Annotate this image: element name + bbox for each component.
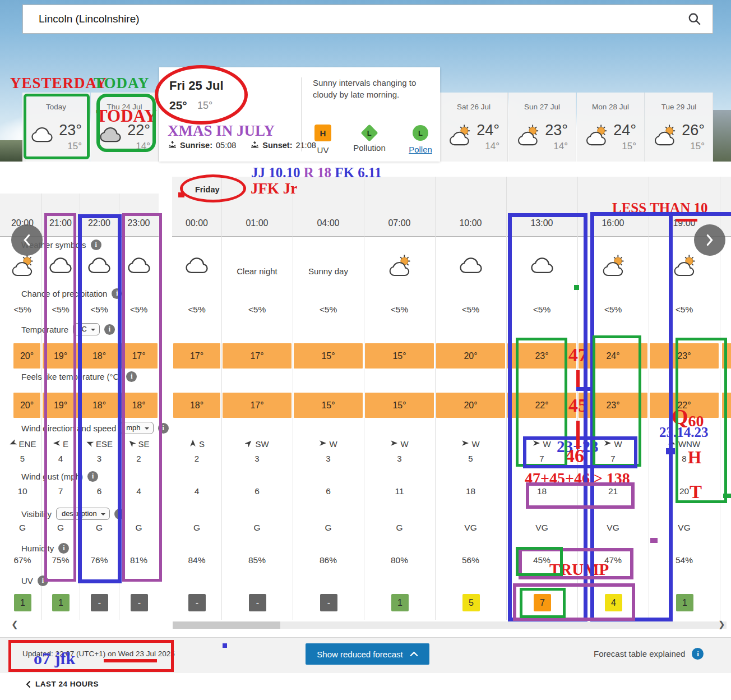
white-cloud-icon xyxy=(172,254,221,275)
visibility-value: G xyxy=(221,523,293,533)
day-card-today[interactable]: Today23°15° xyxy=(22,93,90,162)
scroll-left-button[interactable] xyxy=(11,224,43,256)
scroll-right-button[interactable] xyxy=(694,224,725,256)
wind-arrow-icon xyxy=(9,439,17,449)
day-card-high: 26° xyxy=(682,122,705,139)
show-reduced-forecast-button[interactable]: Show reduced forecast xyxy=(306,643,429,665)
info-icon[interactable]: i xyxy=(126,371,137,382)
info-icon[interactable]: i xyxy=(114,509,125,519)
wind-direction: SW xyxy=(221,439,293,449)
horizontal-scrollbar[interactable] xyxy=(173,621,727,629)
day-card-low: 15° xyxy=(622,141,636,152)
info-icon[interactable]: i xyxy=(91,240,101,250)
temp-cell: 23° xyxy=(507,343,576,369)
wind-gust-value: 4 xyxy=(172,486,221,496)
info-icon[interactable]: i xyxy=(87,471,98,482)
row-label-text: UV xyxy=(21,576,33,586)
wind-dir-label: S xyxy=(199,439,205,449)
hour-column-1300: 13:00<5%23°22°W718VG45%7 xyxy=(506,177,577,623)
day-card-label: Sun 27 Jul xyxy=(508,103,576,111)
day-card-thu-24-jul[interactable]: Thu 24 Jul22°14° xyxy=(91,93,159,162)
sunrise-label: Sunrise: xyxy=(180,141,212,150)
info-icon[interactable]: i xyxy=(112,288,122,299)
day-card-low: 15° xyxy=(690,141,705,152)
row-label-text: Wind direction and speed xyxy=(21,423,116,433)
wind-speed: 4 xyxy=(41,454,80,463)
wind-unit-select[interactable]: mph xyxy=(121,422,153,434)
day-card-label: Today xyxy=(22,103,90,111)
wind-dir-label: ENE xyxy=(19,439,36,449)
selected-day-date: Fri 25 Jul xyxy=(169,79,224,93)
hour-column-1600: 16:00 <5%24°23°W721VG47%4 xyxy=(577,177,649,623)
wind-dir-label: W xyxy=(543,439,550,449)
day-card-sat-26-jul[interactable]: Sat 26 Jul 24°14° xyxy=(440,93,508,162)
time-header: 13:00 xyxy=(506,218,577,228)
row-label-humidity: Humidityi xyxy=(21,543,69,554)
forecast-explained: Forecast table explained i xyxy=(594,648,704,660)
humidity-value: 86% xyxy=(293,555,364,565)
sun-cloud-icon xyxy=(3,254,41,277)
day-card-mon-28-jul[interactable]: Mon 28 Jul 24°15° xyxy=(577,93,645,162)
search-icon[interactable] xyxy=(677,5,713,33)
wind-dir-label: E xyxy=(63,439,68,449)
last-24-hours-label: LAST 24 HOURS xyxy=(35,680,99,688)
feels-like-cell: 20° xyxy=(13,393,40,418)
row-label-vis: Visibilitydescriptioni xyxy=(21,508,125,520)
wind-dir-label: W xyxy=(471,439,479,449)
sunset-label: Sunset: xyxy=(262,141,292,150)
white-cloud-icon xyxy=(435,254,506,275)
footer-bar: Updated: 22:07 (UTC+1) on Wed 23 Jul 202… xyxy=(0,637,731,673)
selected-day-card[interactable]: Fri 25 Jul 25° 15° Sunrise: 05:08 Sunset… xyxy=(159,67,440,162)
info-icon[interactable]: i xyxy=(58,543,69,554)
uv-index-badge: 5 xyxy=(462,594,480,611)
humidity-value: 54% xyxy=(649,555,720,565)
temp-cell: 15° xyxy=(365,343,434,369)
time-header: 21:00 xyxy=(41,218,80,228)
wind-dir-label: SW xyxy=(255,439,269,449)
temp-unit-select[interactable]: °C xyxy=(73,323,100,335)
wind-gust-value: 11 xyxy=(364,486,435,496)
search-input[interactable] xyxy=(23,13,677,25)
info-icon[interactable]: i xyxy=(692,648,704,660)
sunrise-icon xyxy=(168,141,177,150)
sun-cloud-icon xyxy=(577,254,649,277)
last-24-hours-link[interactable]: LAST 24 HOURS xyxy=(25,680,99,688)
scrollbar-left-chevron[interactable]: ❮ xyxy=(11,619,18,629)
sunset-icon xyxy=(251,141,259,150)
selected-day-high: 25° xyxy=(169,99,187,112)
wind-direction: W xyxy=(364,439,435,449)
pollution-label: Pollution xyxy=(347,143,392,153)
info-icon[interactable]: i xyxy=(104,324,115,335)
row-label-text: Humidity xyxy=(21,544,54,553)
day-card-tue-29-jul[interactable]: Tue 29 Jul 26°15° xyxy=(645,93,713,162)
wind-direction: WNW xyxy=(649,439,720,449)
white-cloud-icon xyxy=(119,254,159,275)
wind-direction: W xyxy=(577,439,649,449)
row-label-feels: Feels like temperature (°C)i xyxy=(21,371,137,382)
precip-value: <5% xyxy=(119,305,159,315)
row-label-precip: Chance of precipitationi xyxy=(21,288,122,299)
hourly-forecast-table: Friday 20:00 <5%20°20°ENE510G67%121:00<5… xyxy=(0,177,731,637)
wind-gust-value: 10 xyxy=(3,486,41,496)
wind-gust-value: 18 xyxy=(506,486,577,496)
wind-speed: 5 xyxy=(3,454,41,463)
day-card-label: Mon 28 Jul xyxy=(577,103,644,111)
vis-unit-select[interactable]: description xyxy=(56,508,110,520)
info-icon[interactable]: i xyxy=(158,423,169,434)
scrollbar-right-chevron[interactable]: ❯ xyxy=(718,619,725,629)
precip-value: <5% xyxy=(172,305,221,315)
wind-arrow-icon xyxy=(604,439,612,449)
wind-gust-value: 6 xyxy=(80,486,119,496)
day-card-sun-27-jul[interactable]: Sun 27 Jul 23°14° xyxy=(508,93,576,162)
sunrise-time: 05:08 xyxy=(216,141,236,150)
row-label-gust: Wind gust (mph)i xyxy=(21,471,98,482)
pollen-link[interactable]: Pollen xyxy=(398,145,443,154)
precip-value: <5% xyxy=(506,305,577,315)
info-icon[interactable]: i xyxy=(38,575,48,586)
wind-speed: 5 xyxy=(435,454,506,463)
uv-index-badge: 1 xyxy=(391,594,409,611)
wind-direction: SE xyxy=(119,439,159,449)
uv-index-badge: - xyxy=(91,594,108,611)
scrollbar-thumb[interactable] xyxy=(173,621,280,629)
column-separator xyxy=(221,177,222,620)
